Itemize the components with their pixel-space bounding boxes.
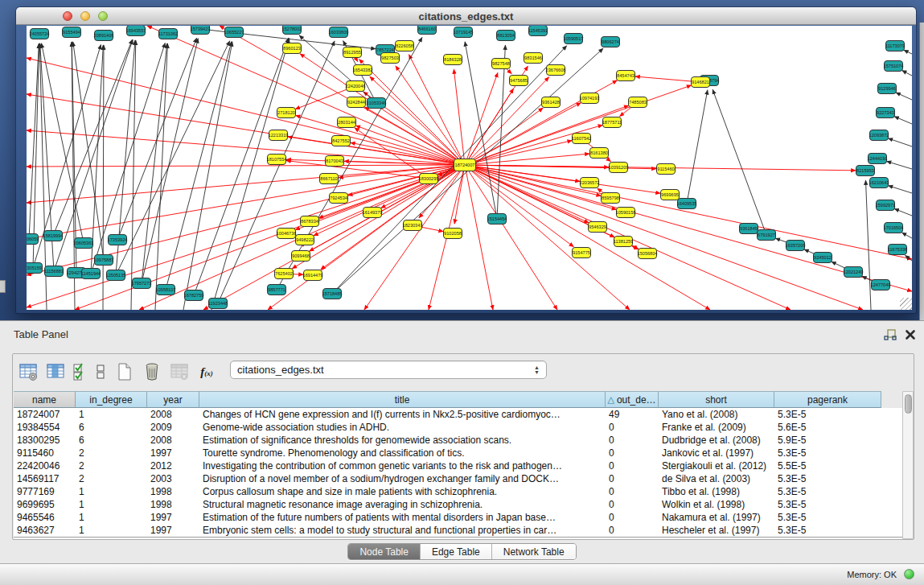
network-node[interactable]: 15992971: [876, 200, 896, 211]
network-node[interactable]: 8215953: [856, 166, 875, 176]
column-header-short[interactable]: short: [659, 391, 774, 408]
network-node[interactable]: 15154454: [487, 214, 507, 225]
new-column-icon[interactable]: [113, 360, 137, 384]
network-node[interactable]: 9146821: [692, 77, 710, 88]
network-node[interactable]: 12093872: [869, 130, 889, 141]
resize-grip[interactable]: [900, 298, 912, 310]
network-node[interactable]: 10958107: [156, 285, 176, 295]
network-node[interactable]: 9242844: [347, 97, 366, 108]
network-node[interactable]: 9305159: [27, 263, 43, 274]
network-node[interactable]: 9361428: [542, 97, 561, 108]
table-row[interactable]: 2242004622012Investigating the contribut…: [14, 459, 902, 472]
tab-node-table[interactable]: Node Table: [348, 544, 421, 559]
network-node[interactable]: 2718120: [277, 108, 296, 118]
network-node[interactable]: 15056804: [638, 249, 658, 259]
network-node[interactable]: 12444191: [868, 154, 888, 164]
network-node[interactable]: 8667110: [320, 174, 339, 184]
network-node[interactable]: 8595798: [602, 193, 620, 204]
column-header-title[interactable]: title: [199, 391, 606, 408]
network-node[interactable]: 10590158: [616, 208, 636, 218]
network-node[interactable]: 10974193: [580, 93, 600, 104]
network-node[interactable]: 24055724: [30, 29, 50, 39]
network-node[interactable]: 16543382: [353, 65, 373, 76]
network-node[interactable]: 16210643: [869, 178, 889, 188]
network-node[interactable]: 9827548: [492, 59, 511, 69]
network-node[interactable]: 9806274: [602, 37, 620, 47]
network-node[interactable]: 6791927: [758, 230, 776, 241]
network-node[interactable]: 8186328: [444, 55, 462, 65]
network-node[interactable]: 9227343: [877, 108, 895, 118]
network-node[interactable]: 9154775: [573, 248, 591, 258]
network-node[interactable]: 11451944: [81, 269, 101, 279]
column-header-year[interactable]: year: [147, 391, 199, 408]
network-node[interactable]: 20605361: [74, 238, 94, 249]
column-header-out_de[interactable]: △out_de…: [606, 391, 659, 408]
network-node[interactable]: 9099468: [292, 251, 310, 262]
network-node[interactable]: 9831546: [524, 53, 543, 64]
window-titlebar[interactable]: citations_edges.txt: [16, 7, 916, 25]
network-node[interactable]: 9546329: [589, 222, 607, 233]
network-node[interactable]: 9245012: [814, 253, 832, 263]
network-node[interactable]: 9498222: [296, 235, 314, 245]
network-node[interactable]: 11381259: [614, 237, 633, 247]
column-header-in_degree[interactable]: in_degree: [76, 391, 147, 408]
network-node[interactable]: 8912955: [343, 47, 362, 58]
network-node[interactable]: 15751074: [884, 61, 904, 72]
network-node[interactable]: 17353924: [108, 235, 128, 245]
network-node[interactable]: 11731062: [158, 29, 178, 39]
table-row[interactable]: 977716911998Corpus callosum shape and si…: [14, 485, 902, 498]
network-node[interactable]: 11173079: [885, 41, 905, 51]
table-row[interactable]: 1456911722003Disruption of a novel membe…: [14, 472, 902, 485]
tab-edge-table[interactable]: Edge Table: [421, 544, 492, 559]
network-node[interactable]: 8466160: [418, 26, 437, 35]
network-node[interactable]: 8161380: [590, 148, 609, 159]
column-header-name[interactable]: name: [14, 391, 76, 408]
network-node[interactable]: 7485083: [629, 97, 647, 108]
network-node[interactable]: 8678334: [301, 216, 319, 227]
network-node[interactable]: 18107554: [267, 154, 287, 165]
float-panel-icon[interactable]: [884, 329, 897, 341]
network-node[interactable]: 7924534: [330, 193, 348, 204]
network-node[interactable]: 18300295: [419, 174, 439, 184]
table-row[interactable]: 1872400712008Changes of HCN gene express…: [14, 408, 902, 421]
network-node[interactable]: 15718485: [322, 289, 343, 299]
delete-columns-icon[interactable]: [140, 360, 164, 384]
network-node[interactable]: 9155494: [63, 27, 81, 38]
network-node[interactable]: 8170043: [326, 156, 344, 167]
table-scrollbar-thumb[interactable]: [905, 394, 912, 414]
network-node[interactable]: 22420046: [346, 81, 366, 92]
network-node[interactable]: 16914479: [303, 270, 323, 281]
memory-status-indicator[interactable]: [904, 569, 914, 579]
network-node[interactable]: 22036572: [580, 178, 600, 188]
table-scrollbar[interactable]: [902, 391, 914, 539]
network-node[interactable]: 2803144: [338, 117, 356, 128]
network-node[interactable]: 25206059: [27, 234, 39, 245]
table-row[interactable]: 969969511998Structural magnetic resonanc…: [14, 498, 902, 511]
unselect-all-columns-icon[interactable]: [92, 360, 109, 384]
network-node[interactable]: 17957273: [132, 278, 152, 289]
network-node[interactable]: 10975887: [94, 255, 114, 266]
network-node[interactable]: 18775711: [602, 117, 622, 128]
network-node[interactable]: 16033809: [329, 27, 349, 38]
network-node[interactable]: 16149379: [363, 208, 383, 218]
network-node[interactable]: 23676608: [546, 65, 566, 76]
network-node[interactable]: 9115460: [657, 164, 676, 175]
network-node[interactable]: 11545391: [528, 26, 548, 36]
network-node[interactable]: 9102058: [444, 229, 462, 239]
network-node[interactable]: 10655227: [224, 27, 244, 38]
network-node[interactable]: 12505135: [106, 270, 126, 281]
table-row[interactable]: 911546021997Tourette syndrome. Phenomeno…: [14, 447, 902, 459]
network-node[interactable]: 9827503: [381, 53, 400, 64]
table-row[interactable]: 1830029562008Estimation of significance …: [14, 434, 902, 447]
network-node[interactable]: 16409535: [677, 199, 697, 209]
network-node[interactable]: 10391209: [609, 163, 629, 173]
network-node[interactable]: 8226058: [396, 41, 414, 51]
network-node[interactable]: 11923448: [208, 299, 228, 309]
network-node[interactable]: 16943557: [126, 26, 146, 36]
network-node[interactable]: 9857771: [268, 285, 286, 295]
network-canvas[interactable]: 1872400724055724915549420891406169435571…: [27, 26, 912, 310]
network-node[interactable]: 12021249: [844, 267, 864, 278]
table-settings-icon[interactable]: [16, 360, 40, 384]
network-node[interactable]: 12477049: [871, 280, 891, 290]
network-node[interactable]: 15819994: [43, 231, 64, 241]
